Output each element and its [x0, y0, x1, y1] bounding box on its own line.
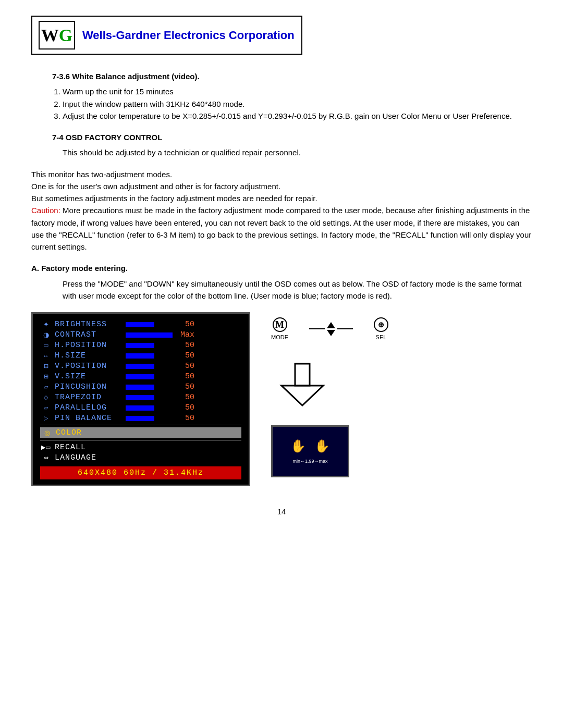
- mode-label: MODE: [271, 334, 288, 340]
- pincushion-label: PINCUSHION: [55, 382, 123, 391]
- page-number: 14: [31, 507, 532, 516]
- osd-controls-right: M MODE ⊕ SEL: [271, 312, 388, 486]
- logo-g: G: [59, 26, 72, 45]
- recall-icon: ▶▭: [40, 444, 52, 451]
- vposition-bar: [126, 364, 154, 369]
- color-icon: ◎: [41, 429, 53, 437]
- section-a-p1: Press the "MODE" and "DOWN" key simultan…: [63, 278, 532, 302]
- logo-box: WG: [39, 21, 75, 50]
- parallelog-icon: ▱: [40, 404, 52, 411]
- nav-line-left: [309, 328, 325, 329]
- pinbalance-label: PIN BALANCE: [55, 414, 123, 423]
- section-736-heading: 7-3.6 White Balance adjustment (video).: [52, 70, 532, 82]
- trapezoid-bar-container: [126, 395, 173, 400]
- nav-line-right: [337, 328, 353, 329]
- header: WG Wells-Gardner Electronics Corporation: [31, 16, 302, 55]
- osd-row-vposition: ⊟ V.POSITION 50: [40, 362, 241, 371]
- section-74-p3: But sometimes adjustments in the factory…: [31, 192, 532, 204]
- contrast-label: CONTRAST: [55, 330, 123, 339]
- pincushion-value: 50: [176, 382, 194, 391]
- hposition-icon: ▭: [40, 342, 52, 349]
- section-74-p2: One is for the user's own adjustment and…: [31, 180, 532, 192]
- osd-row-contrast: ◑ CONTRAST Max: [40, 330, 241, 339]
- osd-row-brightness: ✦ BRIGHTNESS 50: [40, 320, 241, 329]
- pincushion-bar: [126, 385, 154, 390]
- osd-divider-2: [40, 440, 241, 441]
- hsize-icon: ↔: [40, 352, 52, 360]
- language-icon: ⇔: [40, 454, 52, 461]
- trapezoid-icon: ◇: [40, 394, 52, 401]
- hsize-value: 50: [176, 351, 194, 360]
- logo-wg: WG: [41, 27, 72, 44]
- pinbalance-value: 50: [176, 414, 194, 423]
- company-name: Wells-Gardner Electronics Corporation: [82, 29, 295, 42]
- mode-sel-container: M MODE ⊕ SEL: [271, 317, 388, 340]
- nav-down-arrow[interactable]: [327, 330, 335, 336]
- arrow-diagram: [271, 361, 334, 410]
- nav-up-arrow[interactable]: [327, 322, 335, 328]
- vposition-value: 50: [176, 362, 194, 371]
- thumb-icons: ✋ ✋: [290, 439, 330, 453]
- svg-marker-1: [282, 386, 323, 405]
- vsize-label: V.SIZE: [55, 372, 123, 381]
- section-736: 7-3.6 White Balance adjustment (video). …: [31, 70, 532, 122]
- osd-status-bar: 640X480 60Hz / 31.4KHz: [40, 466, 241, 479]
- down-arrow-svg: [271, 361, 334, 408]
- mode-item: M MODE: [271, 317, 288, 340]
- hposition-label: H.POSITION: [55, 341, 123, 350]
- section-74-caution: Caution: More precautions must be made i…: [31, 204, 532, 253]
- hand-right-icon: ✋: [314, 439, 330, 453]
- parallelog-bar: [126, 405, 154, 411]
- hsize-bar: [126, 353, 154, 359]
- color-label: COLOR: [56, 428, 124, 437]
- brightness-icon: ✦: [40, 320, 52, 328]
- contrast-icon: ◑: [40, 331, 52, 339]
- sel-item: ⊕ SEL: [374, 317, 388, 340]
- brightness-bar: [126, 322, 154, 327]
- pinbalance-bar-container: [126, 416, 173, 421]
- list-item: Adjust the color temperature to be X=0.2…: [63, 110, 532, 122]
- sel-icon[interactable]: ⊕: [374, 317, 388, 332]
- pinbalance-icon: ▷: [40, 415, 52, 422]
- recall-label: RECALL: [55, 443, 123, 452]
- section-a: A. Factory mode entering. Press the "MOD…: [31, 262, 532, 302]
- vsize-bar-container: [126, 374, 173, 379]
- caution-text: More precautions must be made in the fac…: [31, 206, 531, 251]
- vsize-value: 50: [176, 372, 194, 381]
- pincushion-bar-container: [126, 385, 173, 390]
- language-label: LANGUAGE: [55, 453, 123, 462]
- mode-icon[interactable]: M: [273, 317, 287, 332]
- vposition-icon: ⊟: [40, 363, 52, 369]
- parallelog-label: PARALLELOG: [55, 403, 123, 412]
- parallelog-value: 50: [176, 403, 194, 412]
- brightness-value: 50: [176, 320, 194, 329]
- nav-cluster-row: [309, 322, 353, 336]
- parallelog-bar-container: [126, 405, 173, 411]
- logo-w: W: [41, 26, 59, 45]
- hposition-bar-container: [126, 343, 173, 348]
- section-74-body: This monitor has two-adjustment modes. O…: [31, 168, 532, 253]
- trapezoid-value: 50: [176, 393, 194, 402]
- contrast-bar: [126, 332, 173, 338]
- list-item: Warm up the unit for 15 minutes: [63, 85, 532, 97]
- vsize-icon: ⊞: [40, 373, 52, 380]
- osd-area: ✦ BRIGHTNESS 50 ◑ CONTRAST Max ▭ H.POSIT…: [31, 312, 532, 486]
- osd-row-parallelog: ▱ PARALLELOG 50: [40, 403, 241, 412]
- section-74: 7-4 OSD FACTORY CONTROL This should be a…: [31, 131, 532, 159]
- vsize-bar: [126, 374, 154, 379]
- osd-screen: ✦ BRIGHTNESS 50 ◑ CONTRAST Max ▭ H.POSIT…: [31, 312, 250, 486]
- hposition-value: 50: [176, 341, 194, 350]
- contrast-value: Max: [176, 330, 194, 339]
- hposition-bar: [126, 343, 154, 348]
- brightness-bar-container: [126, 322, 173, 327]
- section-74-p1: This monitor has two-adjustment modes.: [31, 168, 532, 180]
- pinbalance-bar: [126, 416, 154, 421]
- caution-label: Caution:: [31, 206, 60, 215]
- section-74-sub1: This should be adjusted by a technician …: [63, 146, 532, 158]
- osd-row-color: ◎ COLOR: [40, 427, 241, 438]
- nav-arrows: [327, 322, 335, 336]
- monitor-thumbnail: ✋ ✋ min←1.99→max: [271, 425, 349, 477]
- hsize-bar-container: [126, 353, 173, 359]
- hand-left-icon: ✋: [290, 439, 306, 453]
- list-item: Input the window pattern with 31KHz 640*…: [63, 98, 532, 110]
